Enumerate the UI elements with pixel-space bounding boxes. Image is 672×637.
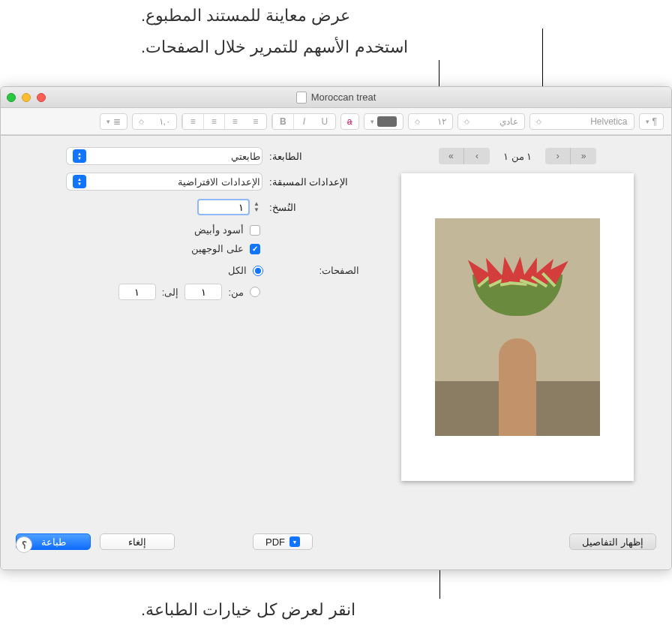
window-title: Moroccan treat — [296, 92, 376, 104]
zoom-icon[interactable] — [7, 93, 16, 102]
presets-select[interactable]: الإعدادات الافتراضية ▲▼ — [67, 173, 262, 190]
stepper-down-icon[interactable]: ▼ — [251, 207, 262, 213]
document-icon — [296, 92, 307, 104]
pages-range-radio[interactable] — [250, 287, 260, 297]
paragraph-menu: ¶ ▾ — [639, 113, 664, 130]
page-navigator: « ‹ ١ من ١ › » — [439, 148, 596, 164]
pdf-label: PDF — [266, 536, 285, 548]
preview-column: « ‹ ١ من ١ › » — [379, 148, 656, 518]
font-name: Helvetica — [590, 116, 627, 127]
list-button: ≣▾ — [100, 113, 128, 130]
pages-all-label: الكل — [228, 265, 247, 276]
help-button[interactable]: ؟ — [16, 536, 32, 553]
app-window: Moroccan treat ¶ ▾ Helvetica◇ عادي◇ ١٢◇ … — [0, 86, 672, 570]
style-name: عادي — [500, 116, 518, 127]
pages-label: الصفحات: — [269, 265, 359, 276]
pages-from-label: من: — [228, 287, 244, 298]
align-seg: ≡ ≡ ≡ ≡ — [182, 113, 267, 130]
document-title: Moroccan treat — [311, 92, 376, 103]
font-size: ١٢ — [437, 116, 446, 127]
style-select: عادي◇ — [458, 113, 525, 130]
align-justify-icon: ≡ — [182, 114, 203, 129]
titlebar: Moroccan treat — [1, 87, 671, 108]
printer-label: الطابعة: — [269, 151, 359, 162]
prev-page-button[interactable]: ‹ — [545, 148, 571, 164]
twosided-label: على الوجهين — [191, 243, 244, 254]
presets-label: الإعدادات المسبقة: — [269, 176, 359, 188]
textcolor-swatch: ▾ — [364, 113, 404, 130]
twosided-checkbox[interactable] — [250, 244, 260, 254]
align-right-icon: ≡ — [245, 114, 266, 129]
pdf-button[interactable]: ▼ PDF — [253, 533, 313, 550]
next-page-button[interactable]: › — [464, 148, 490, 164]
select-arrows-icon: ▲▼ — [73, 149, 86, 163]
font-select: Helvetica◇ — [530, 113, 634, 130]
cancel-button[interactable]: إلغاء — [100, 533, 175, 550]
printer-select[interactable]: طابعتي ▲▼ — [67, 148, 262, 164]
last-page-button[interactable]: » — [439, 148, 464, 164]
page-indicator: ١ من ١ — [503, 151, 532, 162]
minimize-icon[interactable] — [22, 93, 31, 102]
window-controls[interactable] — [7, 93, 46, 102]
callout-arrows: استخدم الأسهم للتمرير خلال الصفحات. — [141, 38, 408, 57]
print-sheet: « ‹ ١ من ١ › » — [1, 135, 671, 569]
callout-preview: عرض معاينة للمستند المطبوع. — [141, 6, 350, 26]
align-left-icon: ≡ — [203, 114, 224, 129]
pages-to-input[interactable] — [118, 284, 156, 300]
button-bar: إظهار التفاصيل ▼ PDF إلغاء طباعة — [1, 524, 671, 569]
pages-to-label: إلى: — [162, 287, 179, 298]
pager-prev-group[interactable]: « ‹ — [545, 148, 596, 164]
align-center-icon: ≡ — [224, 114, 245, 129]
linespacing-select: ١,٠◇ — [132, 113, 177, 130]
first-page-button[interactable]: « — [571, 148, 596, 164]
pages-from-input[interactable] — [184, 284, 222, 300]
callout-details: انقر لعرض كل خيارات الطباعة. — [141, 600, 356, 620]
text-style-seg: UIB — [272, 113, 336, 130]
select-arrows-icon: ▲▼ — [73, 175, 86, 188]
copies-label: النُسخ: — [269, 202, 359, 213]
bw-label: أسود وأبيض — [194, 224, 244, 236]
close-icon[interactable] — [37, 93, 46, 102]
size-select: ١٢◇ — [408, 113, 453, 130]
copies-stepper[interactable]: ▲ ▼ — [197, 199, 262, 215]
app-toolbar: ¶ ▾ Helvetica◇ عادي◇ ١٢◇ ▾ a UIB ≡ ≡ ≡ ≡… — [1, 108, 671, 135]
chevron-down-icon: ▼ — [290, 536, 300, 547]
presets-value: الإعدادات الافتراضية — [178, 176, 260, 188]
page-preview — [401, 173, 634, 481]
line-spacing: ١,٠ — [159, 116, 170, 127]
strikethrough-button: a — [340, 113, 359, 130]
pages-all-radio[interactable] — [253, 266, 263, 276]
preview-image — [435, 218, 600, 436]
show-details-button[interactable]: إظهار التفاصيل — [569, 533, 656, 550]
copies-input[interactable] — [197, 199, 250, 215]
bw-checkbox[interactable] — [250, 225, 260, 236]
options-column: الطابعة: طابعتي ▲▼ الإعدادات المسبقة: ال… — [16, 148, 359, 518]
printer-value: طابعتي — [231, 151, 260, 162]
pager-next-group[interactable]: › » — [439, 148, 490, 164]
